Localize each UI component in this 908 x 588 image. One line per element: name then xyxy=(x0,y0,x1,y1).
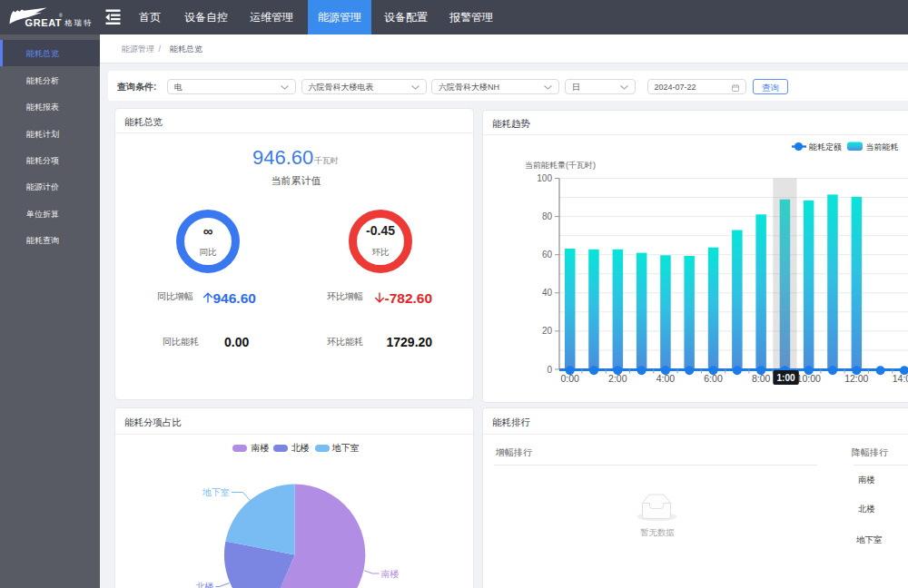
svg-text:®: ® xyxy=(59,13,63,18)
svg-text:6:00: 6:00 xyxy=(704,373,723,384)
svg-text:12:00: 12:00 xyxy=(844,373,868,384)
svg-text:14:00: 14:00 xyxy=(893,373,908,384)
svg-text:0: 0 xyxy=(547,365,552,375)
svg-text:当前能耗: 当前能耗 xyxy=(866,142,899,152)
svg-text:2:00: 2:00 xyxy=(608,373,627,384)
svg-text:60: 60 xyxy=(542,250,553,260)
svg-text:当前能耗量(千瓦时): 当前能耗量(千瓦时) xyxy=(525,161,596,170)
svg-text:1:00: 1:00 xyxy=(776,373,794,383)
svg-text:8:00: 8:00 xyxy=(752,373,771,384)
svg-text:20: 20 xyxy=(542,326,553,336)
svg-text:GREAT: GREAT xyxy=(25,17,63,28)
svg-text:80: 80 xyxy=(542,211,553,221)
svg-text:10:00: 10:00 xyxy=(797,373,821,384)
svg-text:100: 100 xyxy=(537,173,552,183)
svg-text:能耗定额: 能耗定额 xyxy=(809,142,842,152)
svg-text:南楼: 南楼 xyxy=(381,569,400,579)
svg-text:40: 40 xyxy=(542,288,553,298)
svg-text:4:00: 4:00 xyxy=(656,373,676,384)
svg-text:北楼: 北楼 xyxy=(196,582,214,588)
svg-text:0:00: 0:00 xyxy=(560,373,579,384)
svg-text:地下室: 地下室 xyxy=(202,487,230,497)
svg-text:格瑞特: 格瑞特 xyxy=(64,18,94,27)
